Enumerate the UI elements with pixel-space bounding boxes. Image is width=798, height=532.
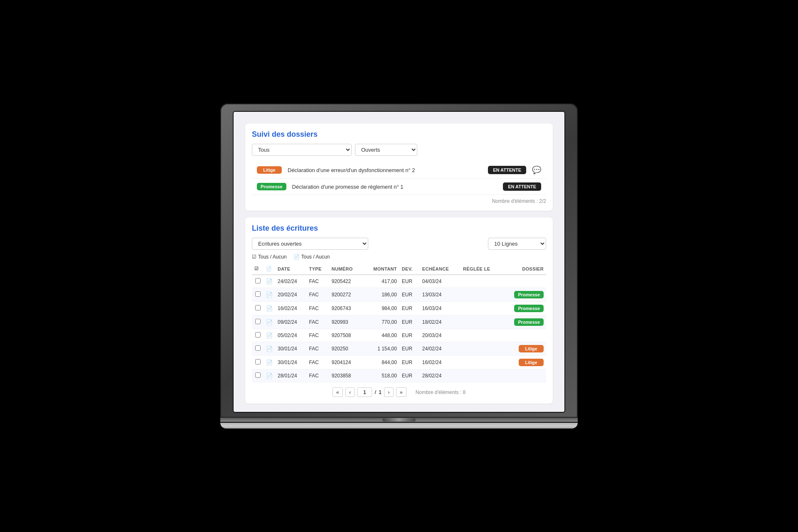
row-montant: 770,00 (363, 315, 399, 329)
row-reglee-le (461, 342, 502, 356)
row-dev: EUR (399, 275, 420, 288)
row-dossier (502, 369, 546, 382)
col-dev: DEV. (399, 263, 420, 275)
row-numero: 9200272 (329, 288, 363, 302)
row-type: FAC (307, 369, 329, 382)
row-checkbox[interactable] (252, 302, 264, 315)
row-checkbox[interactable] (252, 342, 264, 356)
row-doc-icon[interactable]: 📄 (264, 356, 275, 369)
select-all-row: ☑ Tous / Aucun 📄 Tous / Aucun (252, 254, 546, 260)
row-dossier: Promesse (502, 315, 546, 329)
table-row: 📄 16/02/24 FAC 9206743 984,00 EUR 16/03/… (252, 302, 546, 315)
row-checkbox[interactable] (252, 356, 264, 369)
row-echeance: 04/03/24 (420, 275, 461, 288)
prev-page-button[interactable]: ‹ (345, 387, 355, 397)
select-all-doc-label: Tous / Aucun (301, 254, 330, 260)
row-checkbox[interactable] (252, 315, 264, 329)
row-date: 05/02/24 (275, 329, 307, 342)
page-separator: / (374, 389, 376, 395)
row-dev: EUR (399, 356, 420, 369)
pagination: « ‹ / 1 › » Nombre d'éléments : 8 (252, 387, 546, 397)
row-doc-icon[interactable]: 📄 (264, 329, 275, 342)
page-input[interactable] (357, 387, 372, 397)
first-page-button[interactable]: « (332, 387, 343, 397)
laptop-screen: Suivi des dossiers Tous En cours Fermés … (233, 111, 565, 413)
row-dev: EUR (399, 288, 420, 302)
row-numero: 9206743 (329, 302, 363, 315)
row-echeance: 20/03/24 (420, 329, 461, 342)
col-reglee-le: RÉGLÉE LE (461, 263, 502, 275)
table-row: 📄 30/01/24 FAC 9204124 844,00 EUR 16/02/… (252, 356, 546, 369)
row-numero: 9203858 (329, 369, 363, 382)
next-page-button[interactable]: › (384, 387, 393, 397)
row-montant: 1 154,00 (363, 342, 399, 356)
select-all-check-label: Tous / Aucun (258, 254, 287, 260)
filter-tous-select[interactable]: Tous En cours Fermés (252, 144, 352, 156)
row-numero: 9204124 (329, 356, 363, 369)
row-numero: 920993 (329, 315, 363, 329)
ecritures-filter-select[interactable]: Ecritures ouvertes Toutes les écritures … (252, 238, 368, 250)
row-echeance: 24/02/24 (420, 342, 461, 356)
dossier-label-1: Déclaration d'une erreur/d'un dysfonctio… (288, 167, 482, 173)
laptop-hinge (220, 418, 578, 422)
row-date: 20/02/24 (275, 288, 307, 302)
suivi-filters: Tous En cours Fermés Ouverts Fermés Tous (252, 144, 546, 156)
col-doc: 📄 (264, 263, 275, 275)
row-reglee-le (461, 369, 502, 382)
row-doc-icon[interactable]: 📄 (264, 315, 275, 329)
row-numero: 9205422 (329, 275, 363, 288)
ecritures-table: ☑ 📄 DATE TYPE NUMÉRO MONTANT DEV. ECHÉAN… (252, 263, 546, 382)
ecritures-title: Liste des écritures (252, 224, 546, 233)
col-montant: MONTANT (363, 263, 399, 275)
app-content: Suivi des dossiers Tous En cours Fermés … (234, 112, 564, 412)
select-all-check[interactable]: ☑ Tous / Aucun (252, 254, 287, 260)
laptop-stand (220, 423, 578, 429)
row-checkbox[interactable] (252, 288, 264, 302)
row-doc-icon[interactable]: 📄 (264, 302, 275, 315)
table-row: 📄 30/01/24 FAC 920250 1 154,00 EUR 24/02… (252, 342, 546, 356)
table-row: 📄 24/02/24 FAC 9205422 417,00 EUR 04/03/… (252, 275, 546, 288)
row-montant: 448,00 (363, 329, 399, 342)
col-dossier: DOSSIER (502, 263, 546, 275)
row-numero: 920250 (329, 342, 363, 356)
row-dossier: Promesse (502, 302, 546, 315)
row-dev: EUR (399, 302, 420, 315)
dossier-row-2: Promesse Déclaration d'une promesse de r… (252, 179, 546, 195)
col-numero: NUMÉRO (329, 263, 363, 275)
row-echeance: 18/02/24 (420, 315, 461, 329)
row-dossier (502, 275, 546, 288)
laptop-container: Suivi des dossiers Tous En cours Fermés … (220, 103, 578, 429)
row-date: 09/02/24 (275, 315, 307, 329)
row-doc-icon[interactable]: 📄 (264, 342, 275, 356)
row-montant: 417,00 (363, 275, 399, 288)
chat-icon-1[interactable]: 💬 (532, 165, 541, 175)
col-type: TYPE (307, 263, 329, 275)
select-all-doc[interactable]: 📄 Tous / Aucun (293, 254, 330, 260)
row-date: 30/01/24 (275, 342, 307, 356)
col-echeance: ECHÉANCE (420, 263, 461, 275)
row-dossier: Litige (502, 356, 546, 369)
row-doc-icon[interactable]: 📄 (264, 275, 275, 288)
last-page-button[interactable]: » (396, 387, 406, 397)
row-type: FAC (307, 356, 329, 369)
filter-ouverts-select[interactable]: Ouverts Fermés Tous (355, 144, 417, 156)
row-dev: EUR (399, 329, 420, 342)
row-montant: 186,00 (363, 288, 399, 302)
row-doc-icon[interactable]: 📄 (264, 369, 275, 382)
checkbox-icon: ☑ (252, 254, 256, 260)
row-numero: 9207508 (329, 329, 363, 342)
doc-icon: 📄 (293, 254, 300, 260)
row-echeance: 16/02/24 (420, 356, 461, 369)
row-checkbox[interactable] (252, 369, 264, 382)
row-montant: 984,00 (363, 302, 399, 315)
row-type: FAC (307, 329, 329, 342)
hinge-center (382, 418, 416, 421)
row-reglee-le (461, 302, 502, 315)
row-date: 16/02/24 (275, 302, 307, 315)
row-doc-icon[interactable]: 📄 (264, 288, 275, 302)
row-checkbox[interactable] (252, 329, 264, 342)
row-dossier: Litige (502, 342, 546, 356)
lignes-select[interactable]: 10 Lignes 25 Lignes 50 Lignes 100 Lignes (488, 238, 546, 250)
row-echeance: 13/03/24 (420, 288, 461, 302)
row-checkbox[interactable] (252, 275, 264, 288)
